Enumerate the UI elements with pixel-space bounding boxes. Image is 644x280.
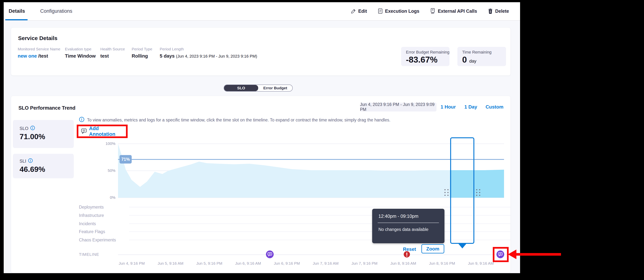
x-axis-tick: Jun 7, 9:16 AM [313, 261, 338, 265]
sli-kpi-box: SLI 46.69% [13, 154, 74, 178]
edit-label: Edit [358, 9, 367, 14]
field-label: Health Source [100, 47, 125, 51]
time-remaining-value: 0 day [462, 55, 506, 64]
info-icon [79, 117, 84, 123]
error-budget-remaining-label: Error Budget Remaining [406, 50, 450, 55]
x-axis-tick: Jun 6, 9:16 PM [274, 261, 300, 265]
tab-configurations-label: Configurations [40, 8, 72, 14]
api-document-icon: API [430, 8, 436, 14]
zoom-button-label: Zoom [426, 246, 440, 252]
edit-button[interactable]: Edit [351, 9, 367, 14]
error-marker-icon[interactable] [404, 251, 410, 258]
toggle-slo[interactable]: SLO [224, 85, 258, 91]
service-details-card: Service Details Monitored Service Namene… [11, 28, 510, 76]
external-api-calls-label: External API Calls [438, 9, 477, 14]
x-axis-tick: Jun 8, 9:16 PM [429, 261, 455, 265]
execution-logs-label: Execution Logs [385, 9, 419, 14]
callout-arrow-shaft [516, 253, 561, 256]
trash-icon [488, 8, 493, 14]
info-row: To view anomalies, metrics and logs for … [79, 117, 390, 123]
app-window: Details Configurations Edit Execution Lo… [4, 2, 520, 273]
timeline-label: TIMELINE [79, 252, 99, 257]
field-label: Period Length [160, 47, 257, 51]
header-actions: Edit Execution Logs API External API Cal… [351, 2, 509, 20]
tab-configurations[interactable]: Configurations [40, 2, 72, 20]
execution-logs-button[interactable]: Execution Logs [378, 8, 419, 14]
service-detail-field: Evaluation typeTime Window [65, 47, 96, 59]
screenshot-stage: Details Configurations Edit Execution Lo… [0, 0, 644, 280]
service-detail-field: Period TypeRolling [132, 47, 152, 59]
document-icon [378, 8, 383, 14]
y-axis-tick: 50% [101, 168, 116, 173]
sli-kpi-value: 46.69% [20, 165, 74, 173]
toggle-slo-label: SLO [237, 86, 245, 90]
slo-kpi-label: SLO [20, 126, 28, 131]
tooltip-divider [378, 223, 439, 223]
service-detail-field: Period Length5 days (Jun 4, 2023 9:16 PM… [160, 47, 257, 59]
field-value: Time Window [65, 53, 96, 59]
service-detail-field: Health Sourcetest [100, 47, 125, 59]
range-1-day[interactable]: 1 Day [464, 104, 477, 110]
range-custom[interactable]: Custom [486, 104, 504, 110]
slo-errorbudget-toggle: SLO Error Budget [224, 85, 293, 92]
x-axis-tick: Jun 4, 9:16 PM [118, 261, 144, 265]
date-range-pill[interactable]: Jun 4, 2023 9:16 PM - Jun 9, 2023 9:09 P… [360, 103, 436, 112]
sli-info-icon[interactable] [28, 158, 33, 164]
annotation-highlight-box [493, 247, 509, 262]
x-axis-tick: Jun 7, 9:16 PM [352, 261, 378, 265]
info-text: To view anomalies, metrics and logs for … [87, 118, 390, 123]
external-api-calls-button[interactable]: API External API Calls [430, 8, 477, 14]
date-range-text: Jun 4, 2023 9:16 PM - Jun 9, 2023 9:09 P… [360, 102, 436, 112]
field-label: Period Type [132, 47, 152, 51]
service-detail-field: Monitored Service Namenew one /test [18, 47, 60, 59]
selection-drag-handle-left[interactable] [444, 189, 448, 198]
slo-trend-card: SLO Performance Trend Jun 4, 2023 9:16 P… [11, 96, 510, 273]
slo-info-icon[interactable] [30, 126, 35, 131]
x-axis-tick: Jun 5, 9:16 AM [158, 261, 183, 265]
x-axis-tick: Jun 8, 9:16 AM [390, 261, 416, 265]
tab-details-label: Details [9, 8, 25, 14]
field-label: Monitored Service Name [18, 47, 60, 51]
time-remaining-label: Time Remaining [462, 50, 506, 55]
field-label: Evaluation type [65, 47, 96, 51]
x-axis-tick: Jun 6, 9:16 AM [235, 261, 261, 265]
selection-pointer [458, 244, 466, 248]
tooltip-message: No changes data available [378, 227, 438, 232]
time-window-selection[interactable] [450, 137, 474, 244]
sli-kpi-label: SLI [20, 159, 26, 164]
annotation-marker-icon[interactable] [266, 250, 274, 259]
time-remaining-box: Time Remaining 0 day [457, 47, 506, 66]
y-axis-tick: 100% [101, 141, 116, 146]
error-budget-remaining-value: -83.67% [406, 55, 450, 64]
x-axis-tick: Jun 5, 9:16 PM [196, 261, 222, 265]
field-value: 5 days (Jun 4, 2023 9:16 PM - Jun 9, 202… [160, 53, 257, 59]
callout-arrow-head [508, 249, 516, 259]
service-details-title: Service Details [18, 35, 57, 41]
add-annotation-button[interactable]: Add Annotation [89, 126, 126, 137]
toggle-error-budget[interactable]: Error Budget [258, 85, 292, 91]
pencil-icon [351, 9, 356, 14]
tab-details[interactable]: Details [9, 2, 25, 20]
event-row-label-infrastructure: Infrastructure [79, 213, 104, 218]
monitored-service-link[interactable]: new one [18, 53, 37, 59]
tooltip-time-range: 12:40pm - 09:10pm [378, 213, 438, 219]
changes-tooltip: 12:40pm - 09:10pm No changes data availa… [372, 209, 444, 243]
event-row-label-feature-flags: Feature Flags [79, 229, 105, 234]
delete-label: Delete [495, 9, 509, 14]
active-tab-indicator [5, 19, 28, 20]
reset-button[interactable]: Reset [403, 246, 416, 252]
annotation-bubble-icon [81, 128, 87, 135]
x-axis-tick: Jun 9, 9:16 AM [468, 261, 494, 265]
period-length-detail: (Jun 4, 2023 9:16 PM - Jun 9, 2023 9:16 … [176, 54, 257, 59]
delete-button[interactable]: Delete [488, 8, 509, 14]
selection-drag-handle-right[interactable] [476, 189, 480, 198]
range-1-hour[interactable]: 1 Hour [440, 104, 456, 110]
event-row-label-deployments: Deployments [79, 205, 104, 210]
zoom-button[interactable]: Zoom [422, 244, 444, 253]
y-axis-tick: 0% [101, 195, 116, 200]
field-value: Rolling [132, 53, 152, 59]
field-value: test [100, 53, 125, 59]
slo-kpi-value: 71.00% [20, 133, 74, 141]
field-value: new one /test [18, 53, 60, 59]
slo-kpi-box: SLO 71.00% [13, 120, 74, 148]
